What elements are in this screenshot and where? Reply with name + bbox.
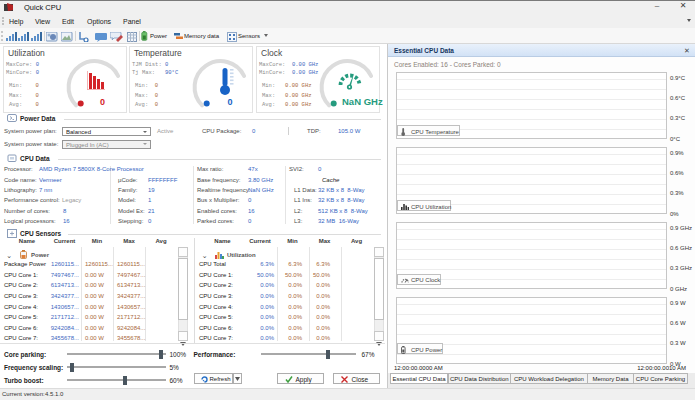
svg-text:0: 0: [100, 97, 105, 107]
svg-text:NaN GHz: NaN GHz: [342, 96, 383, 107]
svg-text:0: 0: [228, 97, 233, 107]
